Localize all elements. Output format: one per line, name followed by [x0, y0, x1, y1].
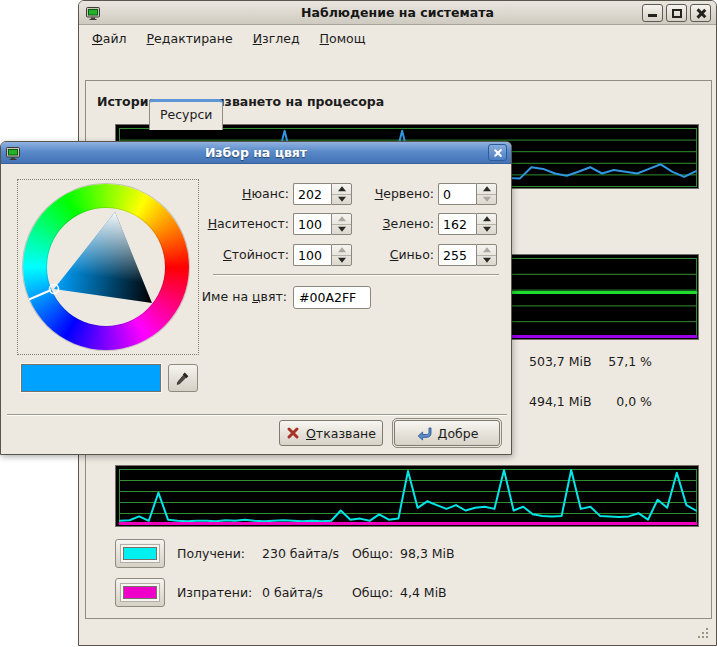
- hsv-triangle[interactable]: [18, 180, 200, 356]
- blue-spin-up[interactable]: [477, 245, 496, 255]
- received-total-label: Общо:: [352, 539, 393, 568]
- cancel-label: Отказване: [306, 426, 376, 441]
- blue-spin-down[interactable]: [477, 255, 496, 266]
- sent-label: Изпратени:: [177, 578, 252, 607]
- column-separator: [213, 274, 499, 276]
- saturation-input[interactable]: [293, 213, 331, 235]
- minimize-icon: [648, 14, 657, 17]
- green-spin-down[interactable]: [477, 224, 496, 235]
- received-color-button[interactable]: [115, 539, 165, 568]
- dialog-title: Избор на цвят: [1, 145, 511, 160]
- received-label: Получени:: [177, 539, 245, 568]
- window-controls: [642, 4, 711, 22]
- color-name-input[interactable]: [293, 286, 371, 309]
- ok-label: Добре: [438, 426, 479, 441]
- eyedropper-icon: [175, 370, 191, 386]
- tab-resources[interactable]: Ресурси: [149, 99, 223, 130]
- blue-input[interactable]: [438, 244, 476, 266]
- network-history-chart: [115, 465, 699, 527]
- red-label: Червено:: [336, 183, 434, 205]
- system-monitor-icon: [85, 5, 101, 21]
- resize-grip[interactable]: [696, 626, 710, 640]
- sent-rate: 0 байта/s: [262, 578, 323, 607]
- received-rate: 230 байта/s: [262, 539, 339, 568]
- blue-spinner: [476, 244, 497, 266]
- dialog-titlebar[interactable]: Избор на цвят: [1, 142, 511, 164]
- sent-color-button[interactable]: [115, 578, 165, 607]
- selected-color-swatch: [21, 364, 161, 392]
- menu-view[interactable]: Изглед: [243, 28, 310, 49]
- cpu-section-title: История на използването на процесора: [97, 94, 384, 109]
- network-sent-row: Изпратени: 0 байта/s Общо: 4,4 MiB: [115, 578, 675, 607]
- close-button[interactable]: [690, 4, 711, 22]
- swatch-frame: [120, 583, 160, 602]
- red-row: Червено:: [336, 183, 496, 205]
- green-input[interactable]: [438, 213, 476, 235]
- swatch-frame: [120, 544, 160, 563]
- received-total: 98,3 MiB: [400, 539, 455, 568]
- hue-ring-marker: [29, 290, 51, 300]
- received-color-swatch: [123, 547, 157, 560]
- green-spinner: [476, 213, 497, 235]
- red-input[interactable]: [438, 183, 476, 205]
- ok-arrow-icon: [416, 426, 432, 441]
- saturation-label: Наситеност:: [189, 213, 289, 235]
- green-label: Зелено:: [336, 213, 434, 235]
- color-name-row: Име на цвят:: [159, 286, 379, 308]
- dialog-close-button[interactable]: [488, 144, 507, 161]
- maximize-button[interactable]: [666, 4, 687, 22]
- tab-bar: Процеси Ресурси Устройства: [79, 49, 716, 81]
- sent-color-swatch: [123, 586, 157, 599]
- menu-file[interactable]: Файл: [82, 28, 137, 49]
- color-picker-dialog: Избор на цвят: [0, 141, 512, 455]
- window-title: Наблюдение на системата: [79, 5, 716, 20]
- red-spin-up[interactable]: [477, 184, 496, 194]
- color-wheel-frame: [17, 179, 199, 355]
- menubar: Файл Редактиране Изглед Помощ: [80, 26, 715, 50]
- menu-help[interactable]: Помощ: [310, 28, 376, 49]
- value-label: Стойност:: [189, 244, 289, 266]
- red-spin-down[interactable]: [477, 194, 496, 205]
- statusbar: [79, 619, 716, 645]
- hue-input[interactable]: [293, 183, 331, 205]
- memory-percent: 57,1 %: [577, 353, 652, 371]
- system-monitor-icon: [5, 145, 21, 161]
- main-titlebar[interactable]: Наблюдение на системата: [79, 1, 716, 25]
- color-name-label: Име на цвят:: [159, 286, 287, 308]
- ok-button[interactable]: Добре: [394, 420, 500, 446]
- value-row: Стойност:: [189, 244, 352, 266]
- cancel-x-icon: [286, 426, 300, 440]
- maximize-icon: [672, 9, 682, 18]
- blue-label: Синьо:: [336, 244, 434, 266]
- desktop: Наблюдение на системата Файл Редактиране…: [0, 0, 717, 647]
- swap-percent: 0,0 %: [577, 393, 652, 411]
- green-spin-up[interactable]: [477, 214, 496, 224]
- eyedropper-button[interactable]: [168, 364, 198, 392]
- sent-total-label: Общо:: [352, 578, 393, 607]
- minimize-button[interactable]: [642, 4, 663, 22]
- value-input[interactable]: [293, 244, 331, 266]
- saturation-row: Наситеност:: [189, 213, 352, 235]
- hue-row: Нюанс:: [189, 183, 352, 205]
- blue-row: Синьо:: [336, 244, 496, 266]
- hue-label: Нюанс:: [189, 183, 289, 205]
- green-row: Зелено:: [336, 213, 496, 235]
- action-separator: [7, 414, 507, 416]
- cancel-button[interactable]: Отказване: [279, 420, 383, 446]
- network-received-row: Получени: 230 байта/s Общо: 98,3 MiB: [115, 539, 675, 568]
- sent-total: 4,4 MiB: [400, 578, 447, 607]
- red-spinner: [476, 183, 497, 205]
- menu-edit[interactable]: Редактиране: [137, 28, 243, 49]
